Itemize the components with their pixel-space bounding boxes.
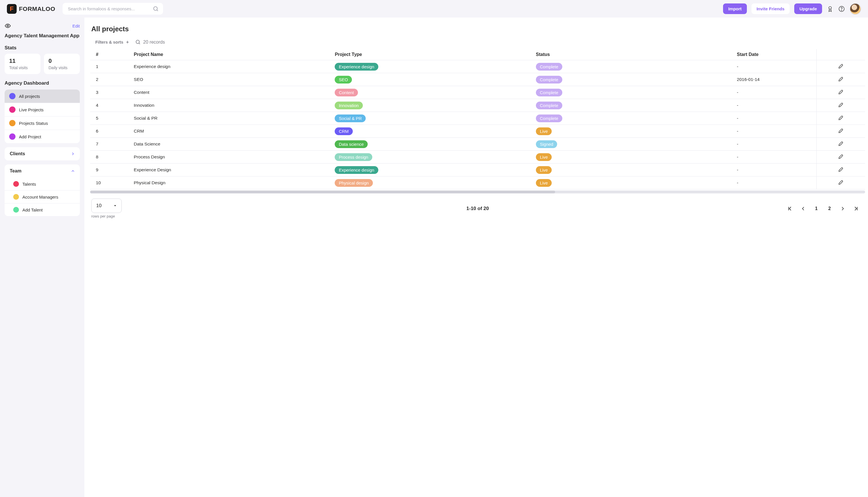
group-clients[interactable]: Clients	[4, 147, 80, 160]
table-row[interactable]: 3ContentContentComplete-	[90, 86, 865, 99]
cell-project-name: Innovation	[130, 99, 331, 112]
status-pill: Complete	[536, 89, 562, 96]
col-project-type[interactable]: Project Type	[331, 49, 532, 60]
edit-row-icon[interactable]	[838, 63, 844, 69]
svg-point-2	[829, 6, 831, 9]
dot-icon	[13, 181, 19, 187]
type-pill: Innovation	[335, 102, 363, 109]
type-pill: Content	[335, 89, 358, 96]
sidebar-item-account-managers[interactable]: Account Managers	[4, 190, 80, 203]
col-status[interactable]: Status	[532, 49, 733, 60]
group-team[interactable]: Team	[4, 165, 80, 178]
edit-row-icon[interactable]	[838, 154, 844, 159]
pagination: 10 rows per page 1-10 of 20 1	[90, 197, 865, 218]
edit-row-icon[interactable]	[838, 167, 844, 172]
stat-label: Total visits	[9, 66, 36, 70]
dot-icon	[9, 133, 15, 140]
cell-start-date: -	[733, 60, 817, 73]
page-2-button[interactable]: 2	[824, 203, 835, 214]
table-row[interactable]: 7Data ScienceData scienceSigned-	[90, 138, 865, 151]
first-page-button[interactable]	[785, 203, 795, 214]
status-pill: Signed	[536, 140, 557, 148]
filters-label: Filters & sorts	[95, 40, 123, 44]
table-row[interactable]: 9Experience DesignExperience designLive-	[90, 164, 865, 176]
cell-status: Signed	[532, 138, 733, 151]
col-project-name[interactable]: Project Name	[130, 49, 331, 60]
records-label: 20 records	[143, 40, 165, 45]
search-input[interactable]	[62, 3, 163, 15]
status-pill: Live	[536, 127, 552, 135]
col-index[interactable]: #	[90, 49, 130, 60]
sidebar-item-talents[interactable]: Talents	[4, 178, 80, 190]
group-label: Clients	[10, 151, 25, 156]
app-title: Agency Talent Management App	[4, 33, 80, 39]
cell-edit	[817, 151, 865, 164]
upgrade-button[interactable]: Upgrade	[794, 3, 822, 14]
chevron-up-icon	[71, 169, 75, 173]
next-page-button[interactable]	[838, 203, 848, 214]
col-start-date[interactable]: Start Date	[733, 49, 817, 60]
table-row[interactable]: 10Physical DesignPhysical designLive-	[90, 176, 865, 189]
stats-heading: Stats	[4, 45, 80, 51]
last-page-button[interactable]	[851, 203, 861, 214]
edit-row-icon[interactable]	[838, 128, 844, 133]
status-pill: Live	[536, 179, 552, 187]
sidebar-item-all-projects[interactable]: All projects	[4, 89, 80, 103]
type-pill: Physical design	[335, 179, 373, 187]
cell-start-date: -	[733, 151, 817, 164]
visibility-icon[interactable]	[4, 23, 11, 29]
sidebar-item-add-project[interactable]: Add Project	[4, 130, 80, 143]
page-title: All projects	[90, 25, 865, 33]
svg-point-5	[7, 25, 9, 27]
scrollbar-thumb[interactable]	[90, 190, 555, 194]
svg-line-1	[157, 10, 158, 11]
status-pill: Complete	[536, 102, 562, 109]
prev-page-button[interactable]	[798, 203, 808, 214]
nav-team-group: Team Talents Account Managers Add Talent	[4, 165, 80, 216]
status-pill: Complete	[536, 76, 562, 84]
chevron-down-icon	[113, 204, 117, 208]
cell-start-date: -	[733, 164, 817, 176]
table-row[interactable]: 2SEOSEOComplete2016-01-14	[90, 73, 865, 86]
edit-row-icon[interactable]	[838, 89, 844, 95]
edit-row-icon[interactable]	[838, 141, 844, 146]
sidebar-item-projects-status[interactable]: Projects Status	[4, 116, 80, 130]
award-icon[interactable]	[827, 5, 834, 12]
cell-project-type: SEO	[331, 73, 532, 86]
sidebar-item-label: Add Talent	[23, 208, 43, 212]
invite-friends-button[interactable]: Invite Friends	[752, 3, 790, 14]
status-pill: Complete	[536, 114, 562, 122]
search-icon	[135, 39, 141, 45]
sidebar-item-add-talent[interactable]: Add Talent	[4, 203, 80, 216]
cell-status: Live	[532, 164, 733, 176]
cell-project-name: Experience Design	[130, 164, 331, 176]
cell-status: Live	[532, 125, 733, 138]
import-button[interactable]: Import	[723, 3, 747, 14]
filters-sorts-button[interactable]: Filters & sorts +	[95, 40, 129, 45]
help-icon[interactable]	[838, 5, 845, 12]
table-row[interactable]: 6CRMCRMLive-	[90, 125, 865, 138]
avatar[interactable]	[850, 3, 861, 15]
table-row[interactable]: 1Experience designExperience designCompl…	[90, 60, 865, 73]
dot-icon	[9, 106, 15, 113]
table-row[interactable]: 4InnovationInnovationComplete-	[90, 99, 865, 112]
rows-per-page-select[interactable]: 10	[91, 199, 122, 213]
sidebar: Edit Agency Talent Management App Stats …	[0, 17, 84, 497]
sidebar-item-label: Live Projects	[19, 107, 44, 112]
edit-row-icon[interactable]	[838, 179, 844, 185]
cell-project-type: Innovation	[331, 99, 532, 112]
logo[interactable]: F FORMALOO	[7, 4, 55, 14]
horizontal-scrollbar[interactable]	[90, 190, 865, 194]
table-row[interactable]: 8Process DesignProcess designLive-	[90, 151, 865, 164]
search-icon[interactable]	[153, 6, 159, 12]
edit-row-icon[interactable]	[838, 102, 844, 108]
status-pill: Live	[536, 153, 552, 161]
search-wrap	[62, 3, 163, 15]
edit-link[interactable]: Edit	[72, 24, 80, 28]
sidebar-item-live-projects[interactable]: Live Projects	[4, 103, 80, 116]
edit-row-icon[interactable]	[838, 115, 844, 120]
cell-status: Live	[532, 176, 733, 189]
page-1-button[interactable]: 1	[811, 203, 822, 214]
table-row[interactable]: 5Social & PRSocial & PRComplete-	[90, 112, 865, 125]
edit-row-icon[interactable]	[838, 76, 844, 82]
